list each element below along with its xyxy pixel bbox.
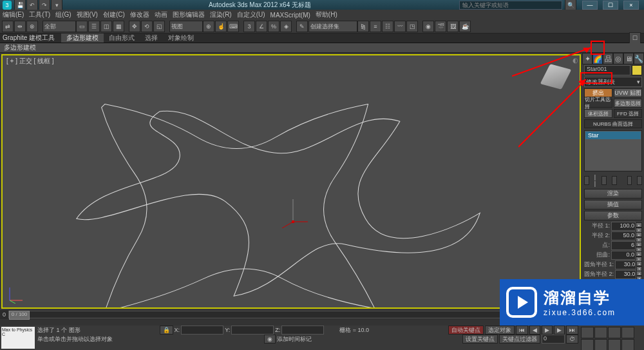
spinner-snap-icon[interactable]: ◈	[280, 21, 292, 32]
menu-custom[interactable]: 自定义(U)	[237, 10, 265, 19]
btn-ffd[interactable]: FFD 选择	[614, 109, 642, 118]
menu-modifiers[interactable]: 修改器	[130, 10, 149, 19]
render-setup-icon[interactable]: 🎬	[435, 21, 446, 32]
link-icon[interactable]: ⇄	[2, 21, 14, 32]
rollout-params[interactable]: 参数	[584, 211, 642, 220]
spin-radius2[interactable]: 50.0	[611, 231, 636, 240]
menu-animation[interactable]: 动画	[155, 10, 167, 19]
tab-create-icon[interactable]: ✦	[582, 53, 592, 64]
play-icon[interactable]: ▶	[542, 326, 553, 335]
play-start-icon[interactable]: ⏮	[516, 326, 528, 335]
nav-zoom-icon[interactable]	[594, 327, 607, 338]
named-sel-edit-icon[interactable]: ✎	[296, 21, 308, 32]
menu-edit[interactable]: 编辑(E)	[3, 10, 24, 19]
nav-zoom-ext-icon[interactable]	[581, 339, 594, 350]
menu-group[interactable]: 组(G)	[55, 10, 71, 19]
bind-icon[interactable]: ⊗	[26, 21, 38, 32]
spinbtns-fillet1[interactable]: ▲▼	[636, 261, 642, 269]
window-crossing-icon[interactable]: ▦	[113, 21, 124, 32]
tab-display-icon[interactable]: 🖥	[623, 53, 634, 64]
tab-utility-icon[interactable]: 🔧	[634, 53, 644, 64]
app-icon[interactable]: 3	[3, 1, 12, 10]
menu-view[interactable]: 视图(V)	[77, 10, 98, 19]
select-name-icon[interactable]: ☰	[88, 21, 100, 32]
spinbtns-points[interactable]: ▲▼	[636, 242, 642, 249]
spin-fillet2[interactable]: 30.0	[615, 270, 636, 279]
trackbar[interactable]	[0, 319, 582, 326]
stack-item-star[interactable]: Star	[585, 131, 641, 139]
time-track[interactable]: 0 / 100	[8, 311, 577, 318]
material-icon[interactable]: ◉	[422, 21, 434, 32]
rollout-render[interactable]: 渲染	[584, 189, 642, 199]
isolate-icon[interactable]: ◉	[264, 335, 276, 344]
ribbon-tab-freeform[interactable]: 自由形式	[104, 34, 140, 43]
help-search-input[interactable]: 输入关键字或短语	[459, 1, 562, 10]
btn-curve[interactable]: NURBS 曲面选择	[584, 119, 642, 128]
current-frame-input[interactable]: 0	[542, 335, 565, 344]
selected-dropdown[interactable]: 选定对象	[485, 326, 515, 335]
autokey-button[interactable]: 自动关键点	[448, 326, 484, 335]
play-prev-icon[interactable]: ◀	[529, 326, 540, 335]
mirror-icon[interactable]: ⧎	[357, 21, 369, 32]
named-sel-dropdown[interactable]: 创建选择集	[308, 21, 357, 32]
ribbon-expand-icon[interactable]: ☐	[629, 32, 641, 44]
maximize-button[interactable]: ☐	[603, 1, 618, 10]
menu-tools[interactable]: 工具(T)	[29, 10, 50, 19]
render-frame-icon[interactable]: 🖼	[447, 21, 459, 32]
snap-icon[interactable]: 3	[243, 21, 255, 32]
time-config-icon[interactable]: ⏱	[566, 335, 578, 344]
tab-hierarchy-icon[interactable]: 品	[603, 53, 613, 64]
spinbtns-radius2[interactable]: ▲▼	[636, 232, 642, 240]
selection-filter-dropdown[interactable]: 全部	[43, 21, 76, 32]
select-region-icon[interactable]: ◫	[100, 21, 112, 32]
angle-snap-icon[interactable]: ∠	[256, 21, 267, 32]
btn-vol[interactable]: 体积选择	[584, 109, 612, 118]
percent-snap-icon[interactable]: %	[268, 21, 279, 32]
spin-points[interactable]: 6	[611, 241, 636, 250]
nav-max-icon[interactable]	[621, 339, 634, 350]
spin-twist[interactable]: 0.0	[611, 251, 636, 260]
ribbon-tab-poly[interactable]: 多边形建模	[61, 34, 104, 43]
modifier-list-dropdown[interactable]: 修改器列表▾	[584, 77, 642, 87]
curve-editor-icon[interactable]: 〰	[394, 21, 406, 32]
show-end-icon[interactable]	[601, 176, 607, 185]
align-icon[interactable]: ≡	[370, 21, 381, 32]
menu-maxscript[interactable]: MAXScript(M)	[270, 12, 310, 19]
modifier-stack[interactable]: Star	[584, 130, 642, 171]
time-knob[interactable]: 0 / 100	[9, 311, 30, 320]
kbd-shortcut-icon[interactable]: ⌨	[227, 21, 239, 32]
spinbtns-fillet2[interactable]: ▲▼	[636, 271, 642, 278]
menu-help[interactable]: 帮助(H)	[316, 10, 337, 19]
menu-render[interactable]: 渲染(R)	[210, 10, 232, 19]
scale-icon[interactable]: ◱	[153, 21, 165, 32]
keyfilter-button[interactable]: 关键点过滤器	[499, 335, 540, 344]
spin-fillet1[interactable]: 30.0	[615, 260, 636, 269]
transform-gizmo[interactable]	[277, 196, 309, 228]
tab-motion-icon[interactable]: ◎	[613, 53, 623, 64]
star-spline[interactable]	[3, 55, 580, 307]
select-icon[interactable]: ▭	[76, 21, 88, 32]
maxscript-listener[interactable]: Max to Physics C	[1, 327, 35, 349]
time-slider[interactable]: 0 0 / 100	[0, 310, 582, 319]
nav-orbit-icon[interactable]	[608, 339, 621, 350]
move-icon[interactable]: ✥	[129, 21, 140, 32]
tab-modify-icon[interactable]: 🌈	[592, 53, 603, 64]
ref-coord-dropdown[interactable]: 视图	[169, 21, 203, 32]
btn-uvw[interactable]: UVW 贴图	[614, 88, 642, 97]
nav-pan-icon[interactable]	[581, 327, 594, 338]
menu-graph[interactable]: 图形编辑器	[173, 10, 205, 19]
unlink-icon[interactable]: ⇹	[14, 21, 26, 32]
nav-region-icon[interactable]	[594, 339, 607, 350]
ribbon-tab-select[interactable]: 选择	[140, 34, 163, 43]
viewport[interactable]: [ + ] 正交 [ 线框 ] ◐	[1, 54, 581, 309]
ribbon-tab-paint[interactable]: 对象绘制	[163, 34, 199, 43]
coord-y-input[interactable]	[231, 326, 274, 335]
add-time-label[interactable]: 添加时间标记	[277, 335, 312, 344]
play-end-icon[interactable]: ⏭	[566, 326, 578, 335]
select-manip-icon[interactable]: ☝	[215, 21, 227, 32]
coord-z-input[interactable]	[281, 326, 324, 335]
menu-create[interactable]: 创建(C)	[103, 10, 125, 19]
lock-icon[interactable]: 🔒	[160, 326, 173, 335]
object-color-swatch[interactable]	[632, 65, 642, 75]
setkey-button[interactable]: 设置关键点	[462, 335, 498, 344]
